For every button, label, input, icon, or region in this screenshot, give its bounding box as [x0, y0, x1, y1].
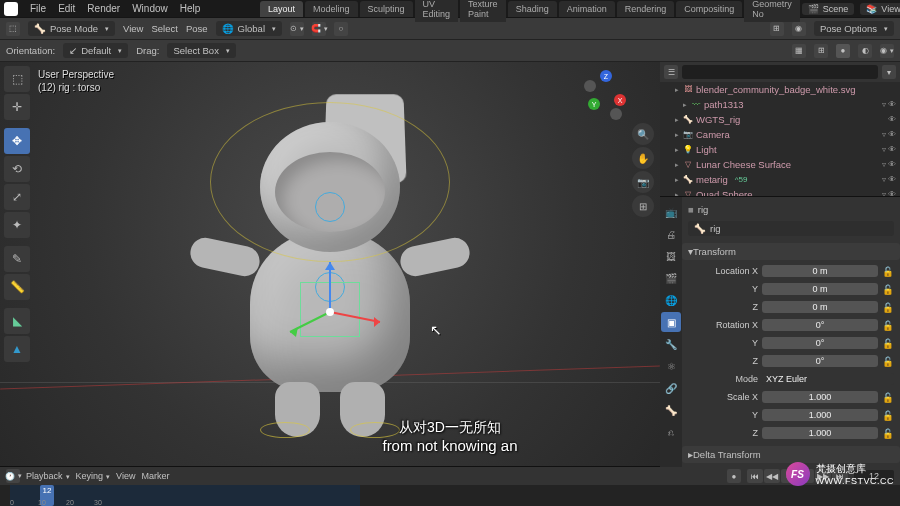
snap-dropdown[interactable]: 🧲	[312, 22, 326, 36]
panel-delta[interactable]: ▸ Delta Transform	[682, 446, 900, 463]
tool-push[interactable]: ▲	[4, 336, 30, 362]
scale-x-field[interactable]: 1.000	[762, 391, 878, 403]
tool-transform[interactable]: ✦	[4, 212, 30, 238]
gizmo-y-icon[interactable]: Y	[588, 98, 600, 110]
disclosure-icon[interactable]: ▸	[675, 161, 679, 169]
ptab-scene[interactable]: 🎬	[661, 268, 681, 288]
menu-select[interactable]: Select	[151, 23, 177, 34]
lock-icon[interactable]: 🔓	[882, 428, 894, 439]
tab-render[interactable]: Rendering	[617, 1, 675, 17]
ptab-physics[interactable]: ⚛	[661, 356, 681, 376]
persp-ortho-icon[interactable]: ⊞	[632, 195, 654, 217]
vis-toggle-icon[interactable]: ▿	[882, 100, 886, 109]
outliner-row[interactable]: ▸📷Camera▿👁	[660, 127, 900, 142]
timeline-type-icon[interactable]: 🕐	[6, 469, 20, 483]
vis-toggle-icon[interactable]: 👁	[888, 190, 896, 197]
orientation-value[interactable]: ↙ Default	[63, 43, 128, 58]
menu-pose[interactable]: Pose	[186, 23, 208, 34]
move-gizmo-icon[interactable]	[310, 292, 400, 382]
gizmo-neg[interactable]	[584, 80, 596, 92]
vis-toggle-icon[interactable]: 👁	[888, 145, 896, 154]
shading-matprev-icon[interactable]: ◐	[858, 44, 872, 58]
tab-texpaint[interactable]: Texture Paint	[460, 0, 506, 22]
outliner-search[interactable]	[682, 65, 878, 79]
tool-rotate[interactable]: ⟲	[4, 156, 30, 182]
ptab-bone[interactable]: ⎌	[661, 422, 681, 442]
ptab-constraint[interactable]: 🔗	[661, 378, 681, 398]
gizmo-neg2[interactable]	[610, 108, 622, 120]
tab-sculpting[interactable]: Sculpting	[360, 1, 413, 17]
object-name-field[interactable]: 🦴 rig	[688, 221, 894, 236]
lock-icon[interactable]: 🔓	[882, 410, 894, 421]
lock-icon[interactable]: 🔓	[882, 392, 894, 403]
vis-toggle-icon[interactable]: ▿	[882, 145, 886, 154]
timeline-track[interactable]: 12 0 10 20 30	[0, 485, 900, 506]
breadcrumb-item[interactable]: rig	[698, 204, 709, 215]
vis-toggle-icon[interactable]: ▿	[882, 160, 886, 169]
outliner-type-icon[interactable]: ☰	[664, 65, 678, 79]
vis-toggle-icon[interactable]: ▿	[882, 190, 886, 197]
disclosure-icon[interactable]: ▸	[683, 101, 687, 109]
vis-toggle-icon[interactable]: 👁	[888, 160, 896, 169]
tl-view[interactable]: View	[116, 471, 135, 481]
lock-icon[interactable]: 🔓	[882, 320, 894, 331]
tool-breakdowner[interactable]: ◣	[4, 308, 30, 334]
vis-toggle-icon[interactable]: 👁	[888, 175, 896, 184]
lock-icon[interactable]: 🔓	[882, 338, 894, 349]
transform-orientation[interactable]: 🌐 Global	[216, 21, 282, 36]
mode-selector[interactable]: 🦴 Pose Mode	[28, 21, 115, 36]
viewlayer-selector[interactable]: 📚 ViewLay	[860, 3, 900, 15]
ptab-output[interactable]: 🖨	[661, 224, 681, 244]
filter-icon[interactable]: ▾	[882, 65, 896, 79]
gizmo-toggle-icon[interactable]: ⊞	[770, 22, 784, 36]
lock-icon[interactable]: 🔓	[882, 266, 894, 277]
outliner-row[interactable]: ▸〰path1313▿👁	[660, 97, 900, 112]
loc-z-field[interactable]: 0 m	[762, 301, 878, 313]
editor-type-icon[interactable]: ⬚	[6, 22, 20, 36]
outliner-row[interactable]: ▸💡Light▿👁	[660, 142, 900, 157]
tab-comp[interactable]: Compositing	[676, 1, 742, 17]
shading-solid-icon[interactable]: ●	[836, 44, 850, 58]
shading-wire-icon[interactable]: ⊞	[814, 44, 828, 58]
tab-shading[interactable]: Shading	[508, 1, 557, 17]
tl-keying[interactable]: Keying	[76, 471, 111, 481]
outliner-row[interactable]: ▸▽Lunar Cheese Surface▿👁	[660, 157, 900, 172]
ptab-object[interactable]: ▣	[661, 312, 681, 332]
tool-cursor[interactable]: ✛	[4, 94, 30, 120]
rot-mode-field[interactable]: XYZ Euler	[762, 373, 894, 385]
scale-z-field[interactable]: 1.000	[762, 427, 878, 439]
vis-toggle-icon[interactable]: 👁	[888, 115, 896, 124]
disclosure-icon[interactable]: ▸	[675, 131, 679, 139]
disclosure-icon[interactable]: ▸	[675, 86, 679, 94]
outliner-row[interactable]: ▸🦴metarig^59▿👁	[660, 172, 900, 187]
lock-icon[interactable]: 🔓	[882, 302, 894, 313]
lock-icon[interactable]: 🔓	[882, 356, 894, 367]
rot-y-field[interactable]: 0°	[762, 337, 878, 349]
overlay-toggle-icon[interactable]: ◉	[792, 22, 806, 36]
outliner-row[interactable]: ▸▽Quad Sphere▿👁	[660, 187, 900, 197]
tool-scale[interactable]: ⤢	[4, 184, 30, 210]
3d-viewport[interactable]: User Perspective (12) rig : torso ⬚ ✛ ✥ …	[0, 62, 660, 466]
tab-uv[interactable]: UV Editing	[415, 0, 459, 22]
proportional-edit-icon[interactable]: ○	[334, 22, 348, 36]
ptab-modifier[interactable]: 🔧	[661, 334, 681, 354]
tool-annotate[interactable]: ✎	[4, 246, 30, 272]
nav-gizmo[interactable]: X Y Z	[580, 68, 630, 118]
pose-options[interactable]: Pose Options	[814, 21, 894, 36]
rot-x-field[interactable]: 0°	[762, 319, 878, 331]
vis-toggle-icon[interactable]: ▿	[882, 175, 886, 184]
vis-toggle-icon[interactable]: ▿	[882, 130, 886, 139]
disclosure-icon[interactable]: ▸	[675, 146, 679, 154]
tl-playback[interactable]: Playback	[26, 471, 70, 481]
keyframe-prev-icon[interactable]: ◀◀	[764, 469, 780, 483]
tool-measure[interactable]: 📏	[4, 274, 30, 300]
camera-view-icon[interactable]: 📷	[632, 171, 654, 193]
disclosure-icon[interactable]: ▸	[675, 176, 679, 184]
tool-select-box[interactable]: ⬚	[4, 66, 30, 92]
scale-y-field[interactable]: 1.000	[762, 409, 878, 421]
xray-icon[interactable]: ▦	[792, 44, 806, 58]
gizmo-z-icon[interactable]: Z	[600, 70, 612, 82]
ptab-render[interactable]: 📺	[661, 202, 681, 222]
tab-geo[interactable]: Geometry No	[744, 0, 800, 22]
disclosure-icon[interactable]: ▸	[675, 116, 679, 124]
